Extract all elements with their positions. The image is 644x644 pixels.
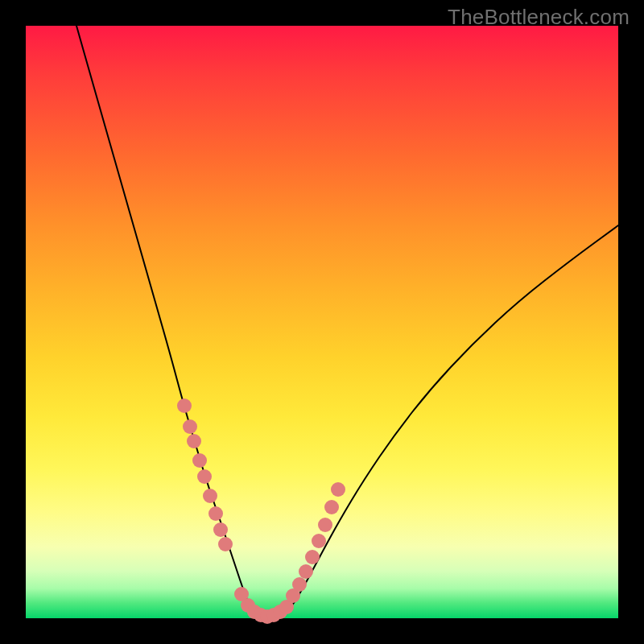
data-point-dot <box>183 419 197 434</box>
data-point-dot <box>312 534 326 548</box>
data-point-dot <box>203 489 217 503</box>
chart-svg <box>26 26 618 618</box>
data-point-dot <box>213 522 228 537</box>
data-point-dot <box>331 482 345 497</box>
data-point-dot <box>305 550 320 564</box>
data-point-dot <box>318 518 332 532</box>
data-point-dot <box>208 506 223 521</box>
data-point-dot <box>197 469 212 484</box>
data-point-dot <box>187 434 201 448</box>
data-point-dot <box>177 398 192 413</box>
chart-plot-area <box>26 26 618 618</box>
curve-right <box>285 225 618 615</box>
dot-cluster-left <box>177 398 233 551</box>
data-point-dot <box>192 453 207 468</box>
dot-cluster-right <box>286 482 345 603</box>
data-point-dot <box>292 577 307 592</box>
data-point-dot <box>299 564 313 579</box>
data-point-dot <box>218 537 233 551</box>
dot-cluster-floor <box>234 587 294 624</box>
data-point-dot <box>324 500 339 514</box>
